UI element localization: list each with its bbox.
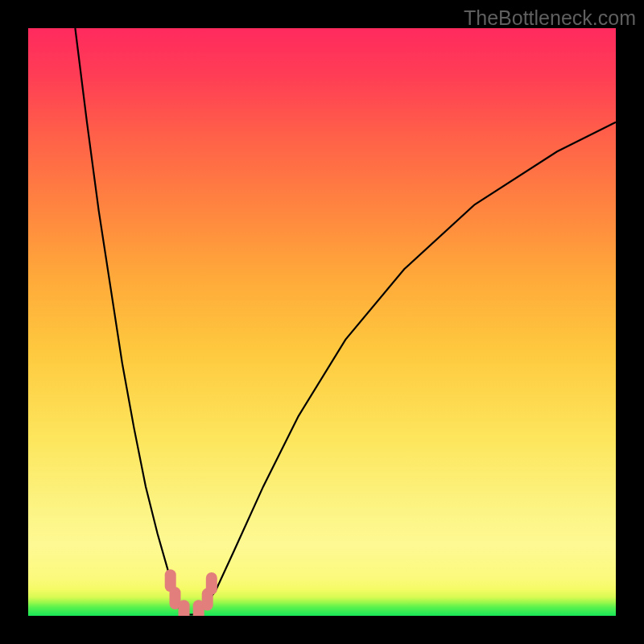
min-region-markers (165, 569, 217, 616)
bottleneck-curve (75, 28, 616, 615)
plot-area (28, 28, 616, 616)
watermark-text: TheBottleneck.com (464, 6, 636, 30)
outer-frame: TheBottleneck.com (0, 0, 644, 644)
curve-path (75, 28, 616, 615)
min-marker (206, 572, 217, 595)
curve-layer (28, 28, 616, 616)
min-marker (179, 600, 190, 616)
